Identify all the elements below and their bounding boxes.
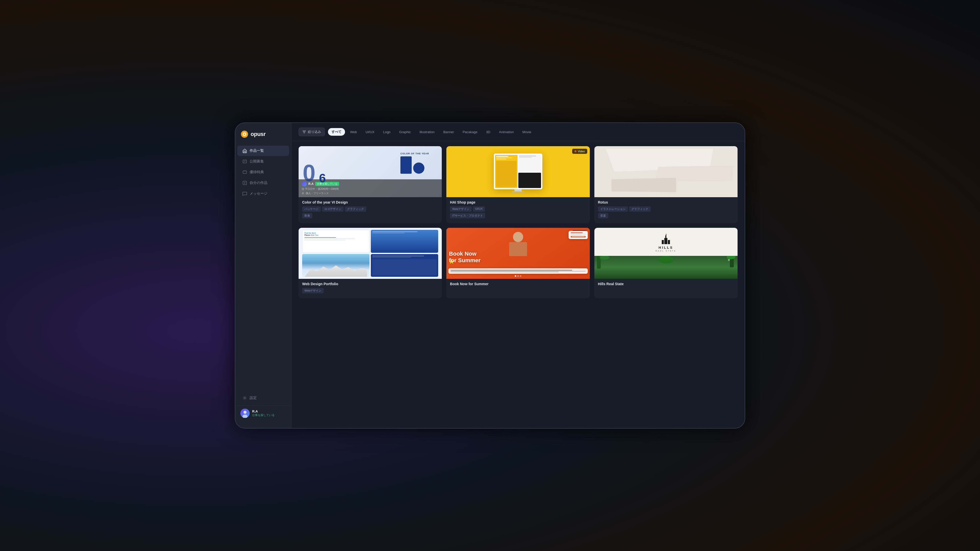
thumb-label: COLOR OF THE YEAR [401, 152, 429, 155]
user-info: R.A 仕事を探している [252, 410, 275, 417]
tag-uiux[interactable]: UI/UX [362, 129, 378, 135]
sidebar-item-recruit[interactable]: 公開募集 [237, 156, 289, 167]
settings-icon [242, 395, 247, 400]
card-tags-3: イラストレーション グラフィック [598, 206, 734, 212]
card-category-1: 飲食 [302, 213, 438, 218]
sidebar: opusr 作品一覧 公開募集 優待特典 [235, 123, 291, 428]
device-frame: opusr 作品一覧 公開募集 優待特典 [235, 122, 745, 429]
svg-rect-13 [665, 235, 667, 238]
portfolio-card-1[interactable]: 0 COLOR OF THE YEAR 6 [299, 146, 442, 223]
user-name: R.A [252, 410, 275, 413]
card-cat: ITサービス・プロダクト [450, 213, 485, 218]
card-body-4: Web Design Portfolio Webデザイン [299, 279, 442, 298]
sidebar-item-settings-label: 設定 [250, 395, 257, 400]
hills-building-svg [660, 232, 672, 244]
recruit-icon [242, 159, 247, 164]
filter-icon [302, 130, 306, 134]
filter-bar: 絞り込み すべて Web UI/UX Logo Graphic Illustra… [291, 123, 745, 141]
tag-animation[interactable]: Animation [495, 129, 517, 135]
card-tag: グラフィック [345, 206, 366, 212]
card-cat: 飲食 [302, 213, 312, 218]
overlay-badge: 仕事を探している [315, 182, 339, 186]
svg-rect-4 [243, 171, 247, 173]
sidebar-item-benefits[interactable]: 優待特典 [237, 167, 289, 177]
card-title-4: Web Design Portfolio [302, 282, 438, 286]
sidebar-item-settings[interactable]: 設定 [237, 393, 289, 403]
card-title-5: Book Now for Summer [450, 282, 586, 286]
card-thumb-1: 0 COLOR OF THE YEAR 6 [299, 146, 442, 197]
svg-point-8 [243, 411, 247, 414]
card-title-1: Color of the year VI Design [302, 200, 438, 204]
tag-all[interactable]: すべて [328, 128, 345, 136]
card-category-2: ITサービス・プロダクト [450, 213, 586, 218]
portfolio-card-5[interactable]: Video [446, 228, 590, 298]
myworks-icon [242, 181, 247, 185]
user-status-label: 仕事を探している [252, 413, 275, 417]
tag-banner[interactable]: Banner [440, 129, 458, 135]
tag-list: すべて Web UI/UX Logo Graphic Illustration … [328, 128, 535, 136]
svg-rect-14 [666, 234, 667, 235]
sidebar-item-works[interactable]: 作品一覧 [237, 146, 289, 156]
card-title-3: Rotus [598, 200, 734, 204]
card-tags-1: パッケージ ロゴデザイン グラフィック [302, 206, 438, 212]
overlay-type: 個人・フリーランス [302, 192, 439, 195]
card-tags-4: Webデザイン [302, 288, 438, 293]
benefits-icon [242, 170, 247, 175]
card-tag: Webデザイン [450, 206, 471, 212]
sidebar-item-myworks[interactable]: 自分の作品 [237, 178, 289, 188]
svg-rect-16 [668, 240, 670, 244]
card-tags-2: Webデザイン UI/UX [450, 206, 586, 212]
portfolio-card-4[interactable]: Find the BestPlaces Near You [299, 228, 442, 298]
filter-button[interactable]: 絞り込み [299, 127, 325, 136]
tag-logo[interactable]: Logo [380, 129, 394, 135]
logo-icon [240, 130, 248, 138]
sidebar-item-benefits-label: 優待特典 [250, 170, 264, 175]
tag-illustration[interactable]: Illustration [416, 129, 438, 135]
card-tag: グラフィック [629, 206, 651, 212]
card-title-2: HAI Shop page [450, 200, 586, 204]
filter-btn-label: 絞り込み [308, 130, 321, 134]
overlay-detail: 平日日中・週20時間〜30時間 [302, 187, 439, 191]
tag-3d[interactable]: 3D [483, 129, 494, 135]
card-tag: ロゴデザイン [322, 206, 344, 212]
logo: opusr [235, 130, 291, 145]
card-thumb-5: Video [446, 228, 590, 279]
portfolio-card-2[interactable]: Video [446, 146, 590, 223]
svg-point-6 [244, 397, 245, 399]
sidebar-item-messages[interactable]: メッセージ [237, 189, 289, 199]
card-category-3: 音楽 [598, 213, 734, 218]
card-tag: イラストレーション [598, 206, 628, 212]
card-body-1: Color of the year VI Design パッケージ ロゴデザイン… [299, 197, 442, 223]
main-content: 絞り込み すべて Web UI/UX Logo Graphic Illustra… [291, 123, 745, 428]
grid-container[interactable]: 0 COLOR OF THE YEAR 6 [291, 141, 745, 428]
tag-package[interactable]: Pacakage [459, 129, 481, 135]
svg-rect-12 [664, 238, 667, 244]
home-icon [242, 148, 247, 153]
card-thumb-3 [594, 146, 738, 197]
message-icon [242, 191, 247, 196]
user-profile: R.A 仕事を探している [235, 405, 291, 421]
sidebar-item-messages-label: メッセージ [250, 191, 267, 196]
video-dot [574, 150, 576, 152]
svg-rect-15 [662, 240, 664, 244]
sidebar-item-recruit-label: 公開募集 [250, 159, 264, 164]
card-body-3: Rotus イラストレーション グラフィック 音楽 [594, 197, 738, 223]
card-body-6: Hills Real State [594, 279, 738, 292]
video-badge-2: Video [572, 149, 587, 154]
logo-text: opusr [251, 131, 266, 138]
card-thumb-6: HILLS REAL STATE [594, 228, 738, 279]
card-cat: 音楽 [598, 213, 608, 218]
card-thumb-4: Find the BestPlaces Near You [299, 228, 442, 279]
portfolio-card-6[interactable]: HILLS REAL STATE [594, 228, 738, 298]
portfolio-card-3[interactable]: Rotus イラストレーション グラフィック 音楽 [594, 146, 738, 223]
card-title-6: Hills Real State [598, 282, 734, 286]
card-tag: パッケージ [302, 206, 321, 212]
card-tag: UI/UX [473, 206, 485, 212]
sidebar-item-myworks-label: 自分の作品 [250, 181, 267, 185]
sidebar-item-works-label: 作品一覧 [250, 148, 264, 153]
svg-rect-3 [243, 160, 247, 163]
tag-web[interactable]: Web [347, 129, 361, 135]
svg-point-11 [302, 192, 304, 193]
tag-movie[interactable]: Movie [519, 129, 535, 135]
tag-graphic[interactable]: Graphic [396, 129, 414, 135]
